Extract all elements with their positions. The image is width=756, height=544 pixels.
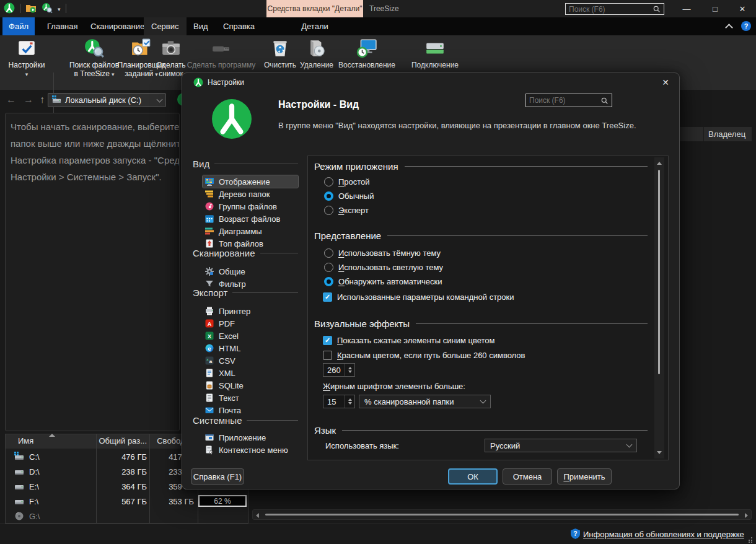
qat-customize-icon[interactable] <box>58 2 61 14</box>
ribbon-restore-button[interactable]: Восстановление <box>335 37 399 69</box>
scroll-down-icon[interactable] <box>657 451 662 454</box>
settings-search-input[interactable] <box>529 96 600 105</box>
nav-item-context-menu[interactable]: Контекстное меню <box>203 444 298 456</box>
drive-row-f[interactable]: F:\ 567 ГБ 353 ГБ 62 % <box>6 494 248 509</box>
apply-button[interactable]: Применить <box>557 468 612 485</box>
tab-view[interactable]: Вид <box>186 17 216 35</box>
charts-icon <box>204 226 214 236</box>
column-name[interactable]: Имя <box>18 436 33 445</box>
checkbox-compressed-blue[interactable]: Показать сжатые элементы синим цветом <box>323 336 494 345</box>
search-icon <box>600 97 609 105</box>
file-search-icon[interactable] <box>42 2 53 14</box>
checkbox-cmdline-params[interactable]: Использованные параметры командной строк… <box>323 292 514 302</box>
radio-normal[interactable]: Обычный <box>324 191 374 201</box>
nav-item-general[interactable]: Общие <box>203 265 298 278</box>
ribbon-connect-button[interactable]: Подключение <box>407 37 464 69</box>
svg-text:e: e <box>208 345 211 352</box>
titlebar-search-input[interactable] <box>569 5 653 14</box>
radio-light-theme[interactable]: Использовать светлую тему <box>324 263 443 272</box>
dialog-title: Настройки <box>208 78 244 87</box>
tab-tools[interactable]: Сервис <box>144 17 187 35</box>
ribbon-snapshot-button[interactable]: Сделать снимок <box>154 37 188 78</box>
help-icon[interactable]: ? <box>741 21 751 33</box>
scroll-up-icon[interactable] <box>657 162 662 165</box>
radio-auto-theme[interactable]: Обнаружить автоматически <box>324 277 442 286</box>
radio-dark-theme[interactable]: Использовать тёмную тему <box>324 248 441 258</box>
nav-item-sqlite[interactable]: SQLite <box>203 379 298 392</box>
nav-item-display[interactable]: Отображение <box>203 175 298 188</box>
tab-details[interactable]: Детали <box>266 17 363 35</box>
ribbon-clean-button[interactable]: Очистить <box>263 37 297 69</box>
nav-forward-icon[interactable]: → <box>24 94 33 105</box>
scan-hint-panel: Чтобы начать сканирование, выберите папо… <box>5 113 180 431</box>
cancel-button[interactable]: Отмена <box>503 468 552 485</box>
dialog-close-button[interactable]: ✕ <box>656 75 675 90</box>
nav-section-scan: Сканирование <box>193 248 298 258</box>
svg-text:?: ? <box>744 22 749 30</box>
path-length-spinner[interactable]: 260 <box>323 363 355 377</box>
tab-file[interactable]: Файл <box>2 17 35 35</box>
nav-item-printer[interactable]: Принтер <box>203 305 298 317</box>
minimize-button[interactable]: — <box>673 0 700 17</box>
radio-simple[interactable]: Простой <box>324 177 370 186</box>
nav-item-excel[interactable]: X Excel <box>203 330 298 342</box>
nav-up-icon[interactable]: ↑ <box>40 94 45 105</box>
radio-expert[interactable]: Эксперт <box>324 206 369 215</box>
owner-column-header[interactable]: Владелец <box>679 127 752 141</box>
title-bar: Средства вкладки "Детали" TreeSize — □ ✕ <box>0 0 756 17</box>
nav-item-folder-tree[interactable]: Дерево папок <box>203 188 298 200</box>
maximize-button[interactable]: □ <box>701 0 729 17</box>
ribbon-settings-button[interactable]: Настройки <box>4 37 50 79</box>
software-box-cd-icon <box>297 38 336 60</box>
help-button[interactable]: Справка (F1) <box>191 468 244 485</box>
scrollbar-thumb[interactable] <box>658 170 660 374</box>
scroll-right-icon[interactable] <box>745 513 748 518</box>
contextual-tab-group[interactable]: Средства вкладки "Детали" <box>266 0 363 17</box>
close-button[interactable]: ✕ <box>729 0 756 17</box>
settings-search[interactable] <box>525 94 612 107</box>
nav-item-pdf[interactable]: A PDF <box>203 317 298 330</box>
radio-selected-icon <box>324 277 333 286</box>
nav-back-icon[interactable]: ← <box>6 94 16 105</box>
top-files-icon <box>204 239 214 248</box>
bold-threshold-spinner[interactable]: 15 <box>323 395 355 408</box>
quick-access-toolbar <box>4 2 66 14</box>
ok-button[interactable]: ОК <box>448 468 498 485</box>
resize-grip[interactable] <box>747 534 753 544</box>
column-total[interactable]: Общий раз... <box>99 436 147 445</box>
nav-item-file-age[interactable]: Возраст файлов <box>203 213 298 225</box>
settings-vertical-scrollbar[interactable] <box>654 157 664 458</box>
window-title: TreeSize <box>369 4 399 13</box>
ribbon-uninstall-button[interactable]: Удаление <box>297 37 336 69</box>
horizontal-scrollbar[interactable] <box>252 509 752 520</box>
tab-home[interactable]: Главная <box>40 17 85 35</box>
update-info-link[interactable]: Информация об обновлениях и поддержке <box>583 530 744 539</box>
tab-help[interactable]: Справка <box>216 17 262 35</box>
language-dropdown[interactable]: Русский <box>485 439 637 452</box>
nav-item-html[interactable]: e HTML <box>203 342 298 354</box>
nav-item-application[interactable]: Приложение <box>203 431 298 444</box>
nav-item-charts[interactable]: Диаграммы <box>203 225 298 237</box>
drive-row-g[interactable]: G:\ <box>6 509 248 524</box>
drive-c-icon <box>52 95 61 105</box>
checkbox-checked-icon <box>323 336 332 345</box>
scan-folder-icon[interactable] <box>25 2 37 14</box>
scrollbar-thumb[interactable] <box>265 514 739 515</box>
bold-unit-dropdown[interactable]: % сканированной папки <box>359 395 491 408</box>
tab-scan[interactable]: Сканирование <box>83 17 152 35</box>
scroll-left-icon[interactable] <box>256 513 259 518</box>
treesize-logo-icon <box>193 77 203 87</box>
address-combobox[interactable]: Локальный диск (C:) <box>48 93 166 107</box>
nav-item-mail[interactable]: Почта <box>203 404 298 416</box>
nav-item-csv[interactable]: xa CSV <box>203 354 298 367</box>
xml-document-icon <box>204 368 214 378</box>
hint-line: Настройка параметров запуска - "Сред <box>11 152 180 169</box>
nav-item-text[interactable]: Текст <box>203 392 298 404</box>
csv-icon: xa <box>204 356 214 366</box>
checkbox-long-path-red[interactable]: Красным цветом, если путь больше 260 сим… <box>323 351 525 360</box>
nav-item-xml[interactable]: XML <box>203 367 298 379</box>
nav-item-file-groups[interactable]: Группы файлов <box>203 200 298 213</box>
titlebar-search[interactable] <box>565 3 664 15</box>
collapse-ribbon-icon[interactable] <box>726 25 732 30</box>
folder-tree-icon <box>204 189 214 199</box>
